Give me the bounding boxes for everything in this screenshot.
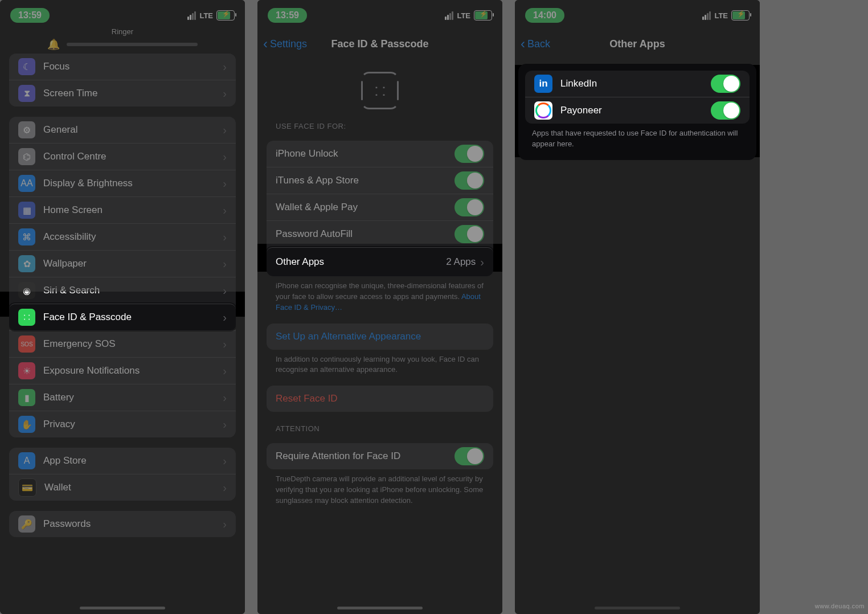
clock-pill: 14:00 bbox=[525, 8, 564, 23]
toggle-switch[interactable] bbox=[711, 101, 740, 120]
toggle-switch[interactable] bbox=[455, 447, 484, 465]
row-iphone-unlock[interactable]: iPhone Unlock bbox=[267, 141, 493, 167]
status-bar: 13:59 LTE ⚡ bbox=[0, 0, 245, 31]
back-label: Back bbox=[527, 38, 550, 50]
siri-icon: ◉ bbox=[18, 282, 35, 299]
row-accessibility[interactable]: ⌘ Accessibility › bbox=[9, 223, 236, 250]
row-home-screen[interactable]: ▦ Home Screen › bbox=[9, 197, 236, 223]
toggle-switch[interactable] bbox=[711, 75, 740, 93]
chevron-right-icon: › bbox=[223, 518, 227, 531]
row-app-linkedin[interactable]: in LinkedIn bbox=[525, 71, 750, 97]
row-setup-alt-appearance[interactable]: Set Up an Alternative Appearance bbox=[267, 324, 493, 350]
section-footer-attention: TrueDepth camera will provide an additio… bbox=[276, 474, 484, 506]
row-app-payoneer[interactable]: Payoneer bbox=[525, 97, 750, 124]
battery-icon: ⚡ bbox=[731, 10, 750, 21]
home-indicator[interactable] bbox=[595, 607, 680, 609]
row-screentime[interactable]: ⧗ Screen Time › bbox=[9, 80, 236, 107]
chevron-right-icon: › bbox=[223, 391, 227, 404]
back-button[interactable]: ‹ Back bbox=[521, 31, 550, 57]
text-size-icon: AA bbox=[18, 175, 35, 192]
home-indicator[interactable] bbox=[80, 607, 165, 609]
chevron-right-icon: › bbox=[223, 124, 227, 137]
chevron-right-icon: › bbox=[223, 284, 227, 297]
ringer-label: Ringer bbox=[112, 27, 133, 36]
moon-icon: ☾ bbox=[18, 58, 35, 75]
row-detail: 2 Apps bbox=[446, 256, 476, 268]
row-label: Password AutoFill bbox=[276, 228, 455, 240]
key-icon: 🔑 bbox=[18, 515, 35, 533]
navbar: ‹ Back Other Apps bbox=[515, 31, 760, 57]
toggle-switch[interactable] bbox=[455, 171, 484, 190]
signal-icon bbox=[187, 11, 196, 20]
toggle-switch[interactable] bbox=[455, 225, 484, 243]
row-label: Accessibility bbox=[43, 231, 218, 243]
row-require-attention[interactable]: Require Attention for Face ID bbox=[267, 443, 493, 469]
sliders-icon: ⌬ bbox=[18, 148, 35, 165]
clock-pill: 13:59 bbox=[268, 8, 307, 23]
toggle-switch[interactable] bbox=[455, 198, 484, 216]
row-faceid-passcode[interactable]: ⸬ Face ID & Passcode › bbox=[9, 304, 236, 330]
section-header-use-faceid: Use Face ID For: bbox=[276, 122, 484, 130]
sos-icon: SOS bbox=[18, 335, 35, 353]
row-label: Siri & Search bbox=[43, 285, 218, 296]
navbar: ‹ Settings Face ID & Passcode bbox=[257, 31, 502, 57]
exposure-icon: ☀ bbox=[18, 362, 35, 379]
row-label: General bbox=[43, 124, 218, 136]
row-display[interactable]: AA Display & Brightness › bbox=[9, 170, 236, 197]
home-indicator[interactable] bbox=[337, 607, 423, 609]
volume-track[interactable] bbox=[67, 43, 198, 46]
chevron-right-icon: › bbox=[223, 150, 227, 163]
row-siri[interactable]: ◉ Siri & Search › bbox=[9, 277, 236, 304]
hand-icon: ✋ bbox=[18, 416, 35, 433]
row-reset-faceid[interactable]: Reset Face ID bbox=[267, 386, 493, 412]
screen-other-apps: 14:00 LTE ⚡ ‹ Back Other Apps in LinkedI… bbox=[515, 0, 760, 614]
row-general[interactable]: ⚙ General › bbox=[9, 117, 236, 143]
row-focus[interactable]: ☾ Focus › bbox=[9, 54, 236, 80]
row-label: Home Screen bbox=[43, 204, 218, 216]
row-privacy[interactable]: ✋ Privacy › bbox=[9, 411, 236, 437]
back-label: Settings bbox=[270, 38, 307, 50]
flower-icon: ✿ bbox=[18, 255, 35, 272]
chevron-right-icon: › bbox=[223, 365, 227, 378]
row-battery[interactable]: ▮ Battery › bbox=[9, 384, 236, 411]
chevron-left-icon: ‹ bbox=[263, 37, 268, 51]
row-label: Payoneer bbox=[560, 105, 711, 116]
row-control-centre[interactable]: ⌬ Control Centre › bbox=[9, 143, 236, 170]
section-footer-other-apps: Apps that have requested to use Face ID … bbox=[532, 128, 743, 150]
row-label: iTunes & App Store bbox=[276, 175, 455, 186]
chevron-right-icon: › bbox=[223, 418, 227, 431]
row-label: Other Apps bbox=[276, 256, 446, 268]
row-label: Wallpaper bbox=[43, 258, 218, 269]
row-wallet[interactable]: 💳 Wallet › bbox=[9, 474, 236, 501]
chevron-right-icon: › bbox=[223, 257, 227, 271]
row-label: iPhone Unlock bbox=[276, 148, 455, 159]
chevron-right-icon: › bbox=[223, 177, 227, 190]
signal-icon bbox=[445, 11, 453, 20]
other-apps-card: in LinkedIn Payoneer Apps that have requ… bbox=[518, 64, 756, 160]
faceid-icon: ⸬ bbox=[18, 309, 35, 326]
row-passwords[interactable]: 🔑 Passwords › bbox=[9, 511, 236, 537]
battery-icon: ⚡ bbox=[474, 10, 492, 21]
toggle-switch[interactable] bbox=[455, 145, 484, 163]
row-label: Privacy bbox=[43, 419, 218, 430]
row-password-autofill[interactable]: Password AutoFill bbox=[267, 220, 493, 247]
row-label: Passwords bbox=[43, 518, 218, 530]
row-sos[interactable]: SOS Emergency SOS › bbox=[9, 330, 236, 357]
page-title: Other Apps bbox=[609, 38, 665, 50]
row-appstore[interactable]: A App Store › bbox=[9, 448, 236, 474]
row-label: Reset Face ID bbox=[276, 393, 484, 404]
row-itunes-appstore[interactable]: iTunes & App Store bbox=[267, 167, 493, 194]
wallet-icon: 💳 bbox=[18, 478, 36, 497]
network-label: LTE bbox=[199, 11, 213, 20]
network-label: LTE bbox=[714, 11, 728, 20]
chevron-right-icon: › bbox=[223, 338, 227, 351]
section-footer-faceid: iPhone can recognise the unique, three-d… bbox=[276, 281, 484, 313]
status-bar: 13:59 LTE ⚡ bbox=[257, 0, 502, 31]
row-wallpaper[interactable]: ✿ Wallpaper › bbox=[9, 250, 236, 277]
row-exposure[interactable]: ☀ Exposure Notifications › bbox=[9, 357, 236, 384]
page-title: Face ID & Passcode bbox=[331, 38, 428, 50]
row-wallet-applepay[interactable]: Wallet & Apple Pay bbox=[267, 194, 493, 220]
back-button[interactable]: ‹ Settings bbox=[263, 31, 307, 57]
signal-icon bbox=[702, 11, 711, 20]
row-other-apps[interactable]: Other Apps 2 Apps › bbox=[267, 247, 493, 276]
